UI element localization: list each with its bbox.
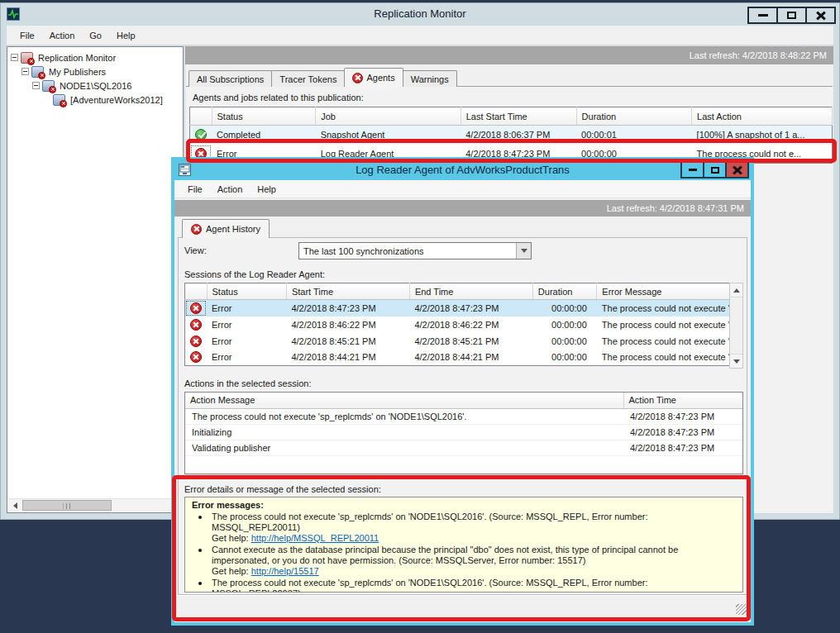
resize-grip[interactable] <box>736 604 747 615</box>
status-bar <box>174 595 751 622</box>
column-header-action-message[interactable]: Action Message <box>185 393 623 408</box>
replication-monitor-node-icon <box>21 52 33 64</box>
dialog-menubar: File Action Help <box>174 180 751 198</box>
scroll-down-arrow-icon[interactable] <box>730 354 742 368</box>
view-dropdown-value: The last 100 synchronizations <box>299 246 516 256</box>
publication-node-icon <box>53 94 65 106</box>
success-icon <box>195 129 207 140</box>
column-header-end-time[interactable]: End Time <box>409 283 532 300</box>
last-refresh-bar: Last refresh: 4/2/2018 8:48:22 PM <box>185 46 833 64</box>
tab-agents[interactable]: Agents <box>344 68 403 87</box>
column-header-last-action[interactable]: Last Action <box>692 107 833 126</box>
scroll-up-arrow-icon[interactable] <box>730 283 742 297</box>
error-icon <box>190 319 202 331</box>
tree-item-replication-monitor[interactable]: Replication Monitor <box>7 50 183 64</box>
agents-table: Status Job Last Start Time Duration Last… <box>189 107 833 164</box>
actions-table: Action Message Action Time The process c… <box>185 393 743 456</box>
scroll-left-arrow-icon[interactable] <box>8 499 21 512</box>
actions-grid: Action Message Action Time The process c… <box>184 392 743 474</box>
menu-file[interactable]: File <box>181 182 209 197</box>
tree-item-adventureworks2012[interactable]: [AdventureWorks2012] <box>7 93 183 107</box>
error-details-caption: Error details or message of the selected… <box>184 484 381 494</box>
tab-tracer-tokens[interactable]: Tracer Tokens <box>271 70 345 87</box>
error-icon <box>190 302 202 314</box>
tab-warnings[interactable]: Warnings <box>403 70 457 87</box>
replication-tree-panel: Replication Monitor My Publishers NODE1\… <box>7 46 184 513</box>
column-header-action-time[interactable]: Action Time <box>623 393 742 408</box>
close-button[interactable] <box>725 161 749 178</box>
view-dropdown[interactable]: The last 100 synchronizations <box>298 242 532 259</box>
menu-help[interactable]: Help <box>251 182 283 197</box>
tree-item-node1-sql2016[interactable]: NODE1\SQL2016 <box>7 79 183 93</box>
menu-help[interactable]: Help <box>110 28 142 43</box>
status-icon-column-header[interactable] <box>190 107 212 126</box>
menu-go[interactable]: Go <box>83 28 108 43</box>
action-row[interactable]: The process could not execute 'sp_replcm… <box>185 408 742 424</box>
close-icon <box>815 11 826 20</box>
menu-action[interactable]: Action <box>211 182 250 197</box>
server-node-icon <box>42 80 55 92</box>
help-link[interactable]: http://help/15517 <box>251 566 319 576</box>
error-badge-icon <box>49 86 56 93</box>
menu-action[interactable]: Action <box>43 28 82 43</box>
collapse-expander-icon[interactable] <box>11 54 18 61</box>
session-row[interactable]: Error 4/2/2018 8:47:23 PM 4/2/2018 8:47:… <box>185 300 743 316</box>
minimize-button[interactable] <box>680 161 704 178</box>
error-message-item: The process could not execute 'sp_replcm… <box>192 512 736 544</box>
maximize-button[interactable] <box>776 7 807 24</box>
action-row[interactable]: Initializing 4/2/2018 8:47:23 PM <box>185 424 742 440</box>
table-row-snapshot-agent[interactable]: Completed Snapshot Agent 4/2/2018 8:06:3… <box>190 126 833 145</box>
agents-caption: Agents and jobs related to this publicat… <box>193 93 364 102</box>
tab-all-subscriptions[interactable]: All Subscriptions <box>189 70 272 87</box>
action-row[interactable]: Validating publisher 4/2/2018 8:47:23 PM <box>185 440 742 455</box>
error-icon <box>352 73 363 83</box>
desktop: { "colors": { "annotation_red": "#e41a1c… <box>0 0 840 633</box>
column-header-duration[interactable]: Duration <box>576 107 692 126</box>
dialog-titlebar[interactable]: Log Reader Agent of AdvWorksProductTrans <box>174 160 751 180</box>
session-row[interactable]: Error 4/2/2018 8:44:21 PM 4/2/2018 8:44:… <box>185 350 743 366</box>
close-button[interactable] <box>805 7 836 24</box>
close-icon <box>733 166 742 174</box>
sessions-grid: Status Start Time End Time Duration Erro… <box>184 283 743 369</box>
error-message-item: The process could not execute 'sp_replcm… <box>192 578 736 593</box>
column-header-last-start-time[interactable]: Last Start Time <box>461 107 576 126</box>
column-header-status[interactable]: Status <box>212 107 316 126</box>
agent-history-tab-page: View: The last 100 synchronizations Sess… <box>178 237 747 595</box>
column-header-error-message[interactable]: Error Message <box>597 283 743 300</box>
error-badge-icon <box>27 58 35 65</box>
tree-item-my-publishers[interactable]: My Publishers <box>7 64 183 79</box>
vertical-scrollbar[interactable] <box>729 283 743 369</box>
collapse-expander-icon[interactable] <box>32 82 40 89</box>
agents-header-row: Status Job Last Start Time Duration Last… <box>190 107 833 126</box>
error-details-box: Error messages: The process could not ex… <box>184 497 743 593</box>
actions-header-row: Action Message Action Time <box>185 393 742 408</box>
column-header-job[interactable]: Job <box>316 107 461 126</box>
tab-strip: All Subscriptions Tracer Tokens Agents W… <box>189 68 456 87</box>
session-row[interactable]: Error 4/2/2018 8:46:22 PM 4/2/2018 8:46:… <box>185 316 743 333</box>
sessions-table: Status Start Time End Time Duration Erro… <box>184 283 743 366</box>
dropdown-button[interactable] <box>516 243 531 259</box>
sessions-header-row: Status Start Time End Time Duration Erro… <box>185 283 743 300</box>
column-header-start-time[interactable]: Start Time <box>286 283 409 300</box>
error-icon <box>190 336 202 347</box>
menu-file[interactable]: File <box>13 28 41 43</box>
error-badge-icon <box>60 100 67 107</box>
titlebar[interactable]: Replication Monitor <box>1 3 839 25</box>
tab-agent-history[interactable]: Agent History <box>182 219 270 238</box>
horizontal-scrollbar[interactable] <box>8 498 182 512</box>
maximize-button[interactable] <box>703 161 727 178</box>
menubar: File Action Go Help <box>7 26 833 45</box>
maximize-icon <box>787 12 796 19</box>
status-icon-column-header[interactable] <box>185 283 208 300</box>
help-link[interactable]: http://help/MSSQL_REPL20011 <box>251 533 379 543</box>
collapse-expander-icon[interactable] <box>21 68 29 75</box>
publishers-node-icon <box>31 66 44 78</box>
column-header-status[interactable]: Status <box>207 283 286 300</box>
dialog-title: Log Reader Agent of AdvWorksProductTrans <box>174 164 751 176</box>
scrollbar-thumb[interactable] <box>22 500 112 511</box>
column-header-duration[interactable]: Duration <box>532 283 597 300</box>
last-refresh-bar: Last refresh: 4/2/2018 8:47:31 PM <box>174 200 751 217</box>
session-row[interactable]: Error 4/2/2018 8:45:21 PM 4/2/2018 8:45:… <box>185 333 743 350</box>
minimize-button[interactable] <box>747 7 778 24</box>
log-reader-agent-window: Log Reader Agent of AdvWorksProductTrans… <box>171 157 754 626</box>
